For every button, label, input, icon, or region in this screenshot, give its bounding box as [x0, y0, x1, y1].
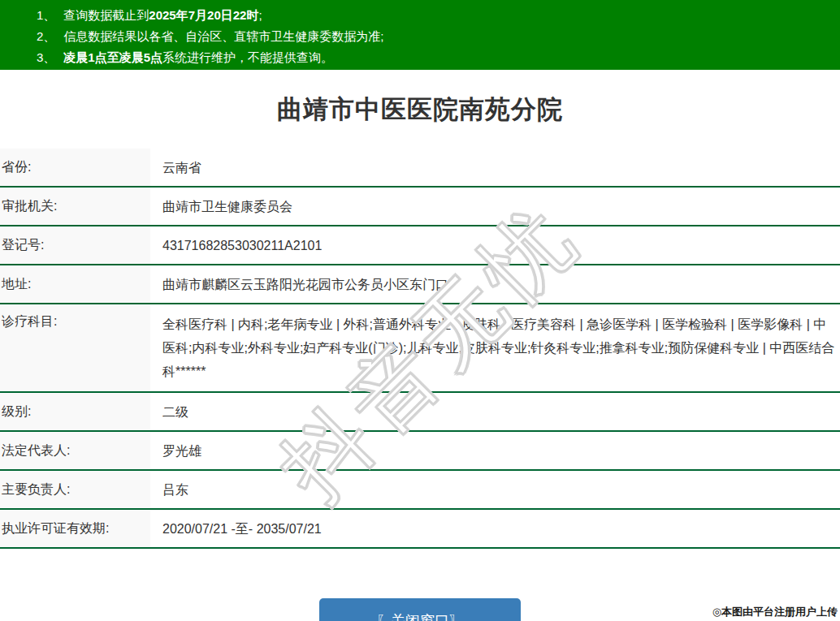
notice-line-3: 3、凌晨1点至凌晨5点系统进行维护，不能提供查询。 [37, 48, 840, 67]
row-value: 吕东 [150, 471, 840, 508]
notice-text: 查询数据截止到 [63, 8, 149, 22]
notice-number: 1、 [37, 8, 55, 22]
table-row-approval-authority: 审批机关: 曲靖市卫生健康委员会 [0, 188, 840, 226]
row-label: 级别: [0, 393, 150, 430]
institution-detail-table: 省份: 云南省 审批机关: 曲靖市卫生健康委员会 登记号: 4317168285… [0, 149, 840, 549]
notice-line-1: 1、查询数据截止到2025年7月20日22时; [37, 6, 840, 25]
row-label: 法定代表人: [0, 432, 150, 469]
table-row-address: 地址: 曲靖市麒麟区云玉路阳光花园市公务员小区东门口 [0, 265, 840, 304]
row-value: 罗光雄 [150, 432, 840, 469]
title-area: 曲靖市中医医院南苑分院 [0, 70, 840, 149]
table-row-level: 级别: 二级 [0, 393, 840, 432]
row-value: 二级 [150, 393, 840, 430]
table-row-medical-subjects: 诊疗科目: 全科医疗科 | 内科;老年病专业 | 外科;普通外科专业 | 皮肤科… [0, 304, 840, 393]
row-label: 地址: [0, 265, 150, 303]
row-label: 主要负责人: [0, 471, 150, 508]
table-row-legal-representative: 法定代表人: 罗光雄 [0, 432, 840, 471]
corner-watermark: ◎本图由平台注册用户上传 [712, 605, 838, 619]
row-label: 审批机关: [0, 188, 150, 225]
row-value: 43171682853030211A2101 [150, 226, 840, 264]
row-label: 执业许可证有效期: [0, 510, 150, 547]
notice-text: ; [258, 8, 262, 22]
notice-number: 3、 [37, 50, 55, 64]
row-value: 云南省 [150, 149, 840, 186]
table-row-province: 省份: 云南省 [0, 149, 840, 188]
row-label: 诊疗科目: [0, 304, 150, 391]
page-title: 曲靖市中医医院南苑分院 [277, 93, 563, 127]
notice-text-bold: 2025年7月20日22时 [149, 8, 258, 22]
notice-line-2: 2、信息数据结果以各省、自治区、直辖市卫生健康委数据为准; [37, 27, 840, 46]
notice-text: 信息数据结果以各省、自治区、直辖市卫生健康委数据为准; [63, 29, 383, 43]
table-row-registration-number: 登记号: 43171682853030211A2101 [0, 226, 840, 265]
table-row-main-person-in-charge: 主要负责人: 吕东 [0, 471, 840, 510]
notice-number: 2、 [37, 29, 55, 43]
row-label: 登记号: [0, 226, 150, 264]
notice-banner: 1、查询数据截止到2025年7月20日22时; 2、信息数据结果以各省、自治区、… [0, 0, 840, 70]
row-value: 全科医疗科 | 内科;老年病专业 | 外科;普通外科专业 | 皮肤科 | 医疗美… [150, 304, 840, 391]
row-value: 2020/07/21 -至- 2035/07/21 [150, 510, 840, 547]
close-window-button[interactable]: 〖关闭窗口〗 [319, 598, 521, 621]
table-row-license-validity: 执业许可证有效期: 2020/07/21 -至- 2035/07/21 [0, 510, 840, 549]
row-value: 曲靖市卫生健康委员会 [150, 188, 840, 225]
row-value: 曲靖市麒麟区云玉路阳光花园市公务员小区东门口 [150, 265, 840, 303]
row-label: 省份: [0, 149, 150, 186]
notice-text: 系统进行维护，不能提供查询。 [162, 50, 333, 64]
notice-text-bold: 凌晨1点至凌晨5点 [63, 50, 162, 64]
